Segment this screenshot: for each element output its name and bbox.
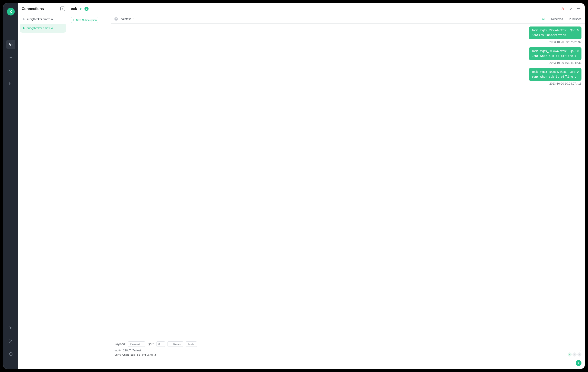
tab-received[interactable]: Received (551, 17, 563, 20)
svg-point-7 (578, 8, 579, 9)
nav-scripts-icon[interactable] (6, 66, 15, 75)
add-connection-button[interactable] (60, 7, 65, 11)
message-topic: Topic: mqttx_290c747e/test (532, 29, 566, 32)
message-bubble: Topic: mqttx_290c747e/test QoS: 0 Sent w… (529, 68, 581, 81)
message-qos: QoS: 0 (570, 49, 579, 53)
help-icon[interactable]: ? (115, 17, 118, 20)
qos-label: QoS: (147, 342, 154, 346)
nav-logs-icon[interactable] (6, 79, 15, 88)
message-topic: Topic: mqttx_290c747e/test (532, 49, 566, 53)
connections-sidebar: Connections sub@broker.emqx.io... pub@br… (18, 3, 68, 369)
nav-feed-icon[interactable] (6, 337, 15, 345)
message-item: Topic: mqttx_290c747e/test QoS: 0 Sent w… (115, 68, 581, 85)
main-panel: pub 3 New Subsc (68, 3, 585, 369)
subscriptions-column: New Subscription (68, 14, 111, 369)
message-qos: QoS: 0 (570, 70, 579, 73)
message-body: Sent when sub is offline 2 (532, 75, 579, 78)
sidebar-title: Connections (22, 7, 44, 11)
connection-list: sub@broker.emqx.io... pub@broker.emqx.io… (18, 14, 68, 33)
retain-toggle[interactable]: Retain (168, 342, 183, 347)
new-subscription-button[interactable]: New Subscription (71, 17, 98, 23)
connection-item-label: pub@broker.emqx.io... (27, 27, 55, 30)
nav-settings-icon[interactable] (6, 323, 15, 332)
tab-all[interactable]: All (542, 17, 545, 20)
chevron-down-icon[interactable] (579, 349, 581, 352)
new-subscription-label: New Subscription (76, 19, 97, 22)
message-body: Sent when sub is offline 1 (532, 54, 579, 58)
connection-item-sub[interactable]: sub@broker.emqx.io... (20, 15, 66, 24)
history-next-button (578, 352, 581, 356)
message-filter-tabs: All Received Published (542, 17, 581, 20)
tab-published[interactable]: Published (569, 17, 582, 20)
status-dot-icon (23, 18, 24, 20)
app-logo (7, 8, 15, 16)
history-prev-button[interactable] (567, 352, 572, 356)
composer: Payload: Plaintext QoS: 0 Retain (111, 339, 585, 369)
display-format-select[interactable]: Plaintext (120, 17, 134, 20)
nav-connections-icon[interactable] (6, 40, 15, 49)
svg-point-3 (10, 328, 11, 329)
message-bubble: Topic: mqttx_290c747e/test QoS: 0 Sent w… (529, 47, 581, 60)
display-format-value: Plaintext (120, 17, 131, 20)
message-bubble: Topic: mqttx_290c747e/test QoS: 0 Confir… (529, 27, 581, 39)
qos-value: 0 (158, 343, 160, 346)
nav-about-icon[interactable] (6, 350, 15, 359)
expand-icon[interactable] (79, 7, 83, 10)
svg-point-6 (578, 8, 578, 9)
meta-label: Meta (188, 343, 194, 346)
qos-select[interactable]: 0 (157, 342, 165, 347)
radio-icon (170, 343, 172, 345)
nav-rail (3, 3, 18, 369)
connection-topbar: pub 3 (68, 3, 585, 14)
payload-input[interactable]: Sent when sub is offline 2 (115, 353, 581, 365)
message-qos: QoS: 0 (570, 29, 579, 32)
retain-label: Retain (173, 343, 181, 346)
filter-bar: ? Plaintext All Received Published (111, 14, 585, 24)
message-list: Topic: mqttx_290c747e/test QoS: 0 Confir… (111, 24, 585, 339)
payload-format-value: Plaintext (130, 343, 140, 346)
edit-button[interactable] (568, 6, 573, 11)
message-timestamp: 2023-10-20 10:04:04:433 (549, 61, 581, 64)
message-topic: Topic: mqttx_290c747e/test (532, 70, 566, 73)
message-timestamp: 2023-10-20 10:04:07:413 (549, 82, 581, 85)
svg-point-8 (579, 8, 580, 9)
history-pager (567, 352, 581, 356)
svg-rect-1 (10, 44, 12, 46)
message-body: Confirm Subscription (532, 33, 579, 37)
svg-rect-0 (9, 43, 11, 45)
meta-button[interactable]: Meta (186, 342, 197, 347)
connection-name: pub (71, 7, 77, 11)
message-item: Topic: mqttx_290c747e/test QoS: 0 Confir… (115, 27, 581, 44)
connection-item-label: sub@broker.emqx.io... (27, 18, 55, 21)
history-mid-button (572, 352, 577, 356)
connection-item-pub[interactable]: pub@broker.emqx.io... (20, 24, 66, 33)
nav-new-icon[interactable] (6, 53, 15, 62)
message-item: Topic: mqttx_290c747e/test QoS: 0 Sent w… (115, 47, 581, 64)
svg-point-4 (9, 342, 10, 343)
message-count-badge: 3 (84, 7, 89, 11)
message-timestamp: 2023-10-20 09:57:22:392 (549, 40, 581, 44)
payload-format-select[interactable]: Plaintext (128, 342, 145, 347)
svg-rect-2 (10, 82, 12, 85)
topic-input[interactable]: mqttx_290c747e/test (115, 349, 141, 352)
status-dot-icon (23, 27, 24, 29)
disconnect-button[interactable] (560, 6, 565, 11)
more-button[interactable] (576, 6, 581, 11)
send-button[interactable] (576, 360, 581, 366)
payload-label: Payload: (115, 342, 126, 346)
